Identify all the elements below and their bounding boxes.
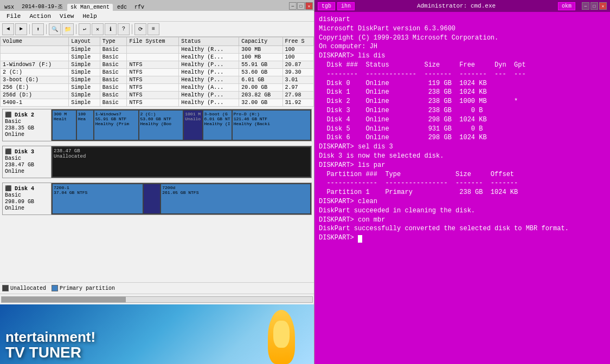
tab-bar[interactable]: wsx 2014-08-19-조 sk Man_ement edc rfv ─ …: [0, 0, 314, 11]
maximize-button[interactable]: □: [297, 2, 305, 10]
cmd-titlebar: tgb ihn Administrator: cmd.exe okm ─ □ ✕: [314, 0, 610, 12]
help-icon-button[interactable]: ?: [118, 23, 130, 35]
cmd-tab-tgb[interactable]: tgb: [318, 2, 335, 10]
disk-4-info: ⬛ Disk 4 Basic 298.09 GB Online: [3, 183, 52, 214]
disk-2-part-3[interactable]: 1-Windows7 55.91 GB NTF Healthy (Prim: [94, 110, 138, 140]
bottom-image-strip: ntertainment!TV TUNER: [0, 304, 314, 364]
disk-2-part-2[interactable]: 100 Hea: [77, 110, 93, 140]
part-sub: Unallo: [185, 116, 201, 121]
table-row[interactable]: 3-boot (G:)SimpleBasicNTFSHealthy (P...6…: [1, 76, 314, 84]
cmd-line: Disk ### Status Size Free Dyn Gpt: [319, 61, 606, 70]
table-cell: Basic: [100, 69, 127, 76]
volume-table: Volume Layout Type File System Status Ca…: [0, 37, 314, 107]
table-cell: Healthy (P...: [179, 61, 239, 69]
cmd-maximize-button[interactable]: □: [590, 2, 598, 10]
table-cell: Simple: [69, 84, 100, 92]
table-cell: 3.01: [282, 76, 313, 84]
table-cell: Basic: [100, 84, 127, 92]
legend-unallocated-label: Unallocated: [10, 285, 46, 291]
menu-action[interactable]: Action: [25, 12, 55, 21]
menu-file[interactable]: File: [2, 12, 25, 21]
horizontal-scrollbar[interactable]: [0, 294, 314, 304]
undo-button[interactable]: ↩: [79, 23, 91, 35]
search-button[interactable]: 🔍: [49, 23, 61, 35]
part-label: 300 M: [54, 112, 75, 116]
table-cell: 20.87: [282, 61, 313, 69]
view-button[interactable]: ≡: [147, 23, 159, 35]
table-row[interactable]: SimpleBasicHealthy (E...100 MB100: [1, 54, 314, 61]
table-row[interactable]: 2 (C:)SimpleBasicNTFSHealthy (P...53.60 …: [1, 69, 314, 76]
table-cell: 100: [282, 46, 313, 54]
disk-2-size: 238.35 GB: [5, 125, 49, 131]
minimize-button[interactable]: ─: [289, 2, 297, 10]
cmd-minimize-button[interactable]: ─: [582, 2, 589, 10]
table-cell: [1, 46, 69, 54]
disk-2-part-5[interactable]: 1001 M Unallo: [184, 110, 202, 140]
table-row[interactable]: SimpleBasicHealthy (R...300 MB100: [1, 46, 314, 54]
table-cell: NTFS: [127, 61, 179, 69]
cmd-line: Disk 0 Online 119 GB 1024 KB: [319, 79, 606, 88]
legend: Unallocated Primary partition: [0, 282, 314, 294]
volume-table-container[interactable]: Volume Layout Type File System Status Ca…: [0, 37, 314, 107]
tab-wsx[interactable]: wsx: [1, 4, 17, 11]
menu-view[interactable]: View: [55, 12, 78, 21]
part-label: 3-boot (G: [204, 112, 230, 116]
legend-primary-box: [52, 285, 58, 291]
table-cell: Basic: [100, 54, 127, 61]
disk-2-part-1[interactable]: 300 M Healt: [53, 110, 76, 140]
disk-4-partitions[interactable]: 7200-1 37.04 GB NTFS 7200d 261.05 GB NTF…: [52, 183, 311, 214]
table-cell: NTFS: [127, 69, 179, 76]
table-row[interactable]: 256d (D:)SimpleBasicNTFSHealthy (P...203…: [1, 92, 314, 99]
delete-button[interactable]: ✕: [92, 23, 104, 35]
disk-4-part-2[interactable]: 7200d 261.05 GB NTFS: [161, 184, 310, 213]
toolbar-separator-3: [76, 24, 76, 34]
disk-2-part-7[interactable]: Pro-D (H:) 121.46 GB NTF Healthy (Backi: [233, 110, 310, 140]
tab-edc[interactable]: edc: [114, 4, 130, 11]
table-cell: Healthy (P...: [179, 99, 239, 107]
disk-2-part-6[interactable]: 3-boot (G 6.01 GB NT Healthy (I: [203, 110, 232, 140]
table-row[interactable]: 256 (E:)SimpleBasicNTFSHealthy (A...20.0…: [1, 84, 314, 92]
cmd-tab-ihn[interactable]: ihn: [337, 2, 355, 10]
table-cell: 39.30: [282, 69, 313, 76]
disk-3-row: ⬛ Disk 3 Basic 238.47 GB Online 238.47 G…: [2, 146, 312, 178]
table-cell: NTFS: [127, 76, 179, 84]
table-cell: Basic: [100, 61, 127, 69]
folders-button[interactable]: 📁: [62, 23, 74, 35]
disk-2-info: ⬛ Disk 2 Basic 238.35 GB Online: [3, 109, 52, 141]
disk-3-unalloc[interactable]: 238.47 GB Unallocated: [53, 147, 310, 177]
toolbar-separator: [29, 24, 30, 34]
back-button[interactable]: ◄: [2, 23, 14, 35]
cmd-close-button[interactable]: ✕: [599, 2, 607, 10]
disk-visual-area[interactable]: ⬛ Disk 2 Basic 238.35 GB Online 300 M He…: [0, 107, 314, 282]
disk-4-part-1[interactable]: 7200-1 37.04 GB NTFS: [53, 184, 143, 213]
forward-button[interactable]: ►: [15, 23, 27, 35]
part-sub: 261.05 GB NTFS: [162, 190, 309, 195]
cmd-line: Disk 3 Online 238 GB 0 B: [319, 106, 606, 115]
table-cell: Simple: [69, 46, 100, 54]
disk-4-unalloc[interactable]: [144, 184, 160, 213]
disk-2-part-4[interactable]: 2 (C:) 53.60 GB NTF Healthy (Boo: [139, 110, 183, 140]
tab-rfv[interactable]: rfv: [131, 4, 147, 11]
table-row[interactable]: 5400-1SimpleBasicNTFSHealthy (P...32.00 …: [1, 99, 314, 107]
tab-date[interactable]: 2014-08-19-조: [18, 2, 66, 11]
refresh-button[interactable]: ⟳: [134, 23, 146, 35]
close-button[interactable]: ✕: [305, 2, 313, 10]
disk-3-partitions[interactable]: 238.47 GB Unallocated: [52, 146, 311, 178]
disk-4-type: Basic: [5, 192, 49, 198]
cmd-line: -------- ------------- ------- ------- -…: [319, 70, 606, 79]
table-cell: 203.82 GB: [239, 92, 282, 99]
disk-2-partitions[interactable]: 300 M Healt 100 Hea 1-Windows7 55.91 GB …: [52, 109, 311, 141]
toolbar-separator-4: [132, 24, 132, 34]
cmd-line: DiskPart succeeded in cleaning the disk.: [319, 206, 606, 216]
table-cell: Basic: [100, 99, 127, 107]
tab-diskman[interactable]: sk Man_ement: [67, 4, 113, 11]
cmd-tab-okm[interactable]: okm: [558, 2, 575, 10]
col-layout: Layout: [69, 37, 100, 46]
table-row[interactable]: 1-Windows7 (F:)SimpleBasicNTFSHealthy (P…: [1, 61, 314, 69]
cmd-line: DISKPART> sel dis 3: [319, 142, 606, 152]
legend-unallocated-box: [2, 285, 9, 291]
table-cell: 31.92: [282, 99, 313, 107]
menu-help[interactable]: Help: [78, 12, 101, 21]
up-button[interactable]: ⬆: [32, 23, 44, 35]
properties-button[interactable]: ℹ: [105, 23, 117, 35]
